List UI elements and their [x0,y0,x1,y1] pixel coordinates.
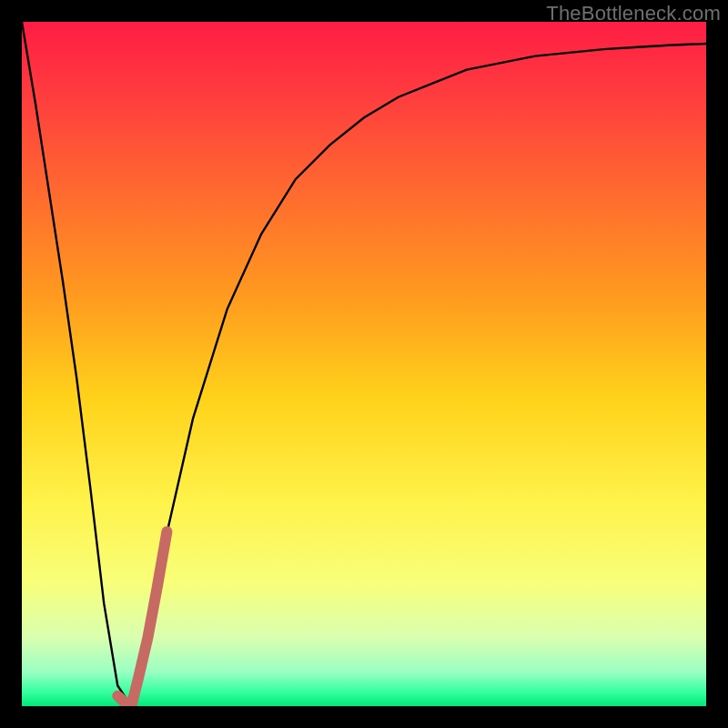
gradient-background [22,22,706,706]
plot-area [22,22,706,706]
chart-frame: TheBottleneck.com [0,0,728,728]
chart-svg [22,22,706,706]
